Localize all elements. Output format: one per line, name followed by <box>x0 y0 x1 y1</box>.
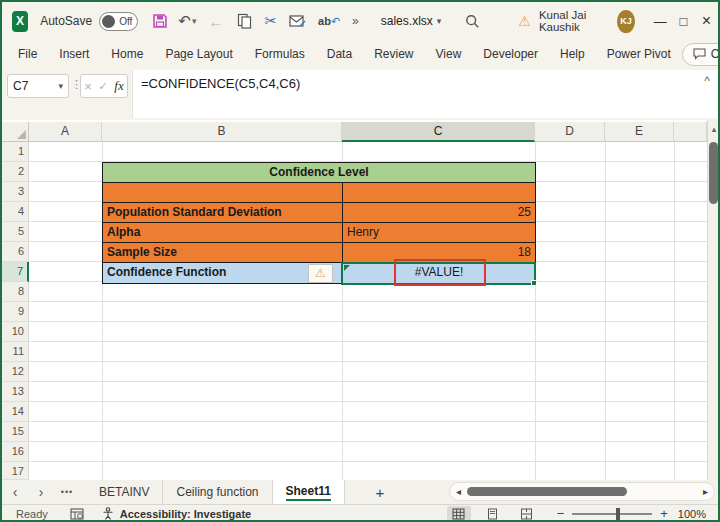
formula-input[interactable]: =CONFIDENCE(C5,C4,C6) ^ <box>132 70 718 118</box>
zoom-level[interactable]: 100% <box>678 508 706 520</box>
column-header-b[interactable]: B <box>102 122 342 142</box>
tab-review[interactable]: Review <box>363 42 424 66</box>
file-name-chevron-icon[interactable]: ▾ <box>437 16 442 26</box>
cell-b5-label[interactable]: Alpha <box>103 223 343 243</box>
row-header-12[interactable]: 12 <box>2 362 29 382</box>
row-header-2[interactable]: 2 <box>2 162 29 182</box>
row-header-4[interactable]: 4 <box>2 202 29 222</box>
scroll-left-icon[interactable]: ◂ <box>456 486 461 497</box>
sheet-nav-more-icon[interactable]: ••• <box>54 480 80 504</box>
sheet-nav-right-icon[interactable]: › <box>28 480 54 504</box>
cell-b6-label[interactable]: Sample Size <box>103 243 343 263</box>
tab-insert[interactable]: Insert <box>48 42 100 66</box>
column-header-partial[interactable] <box>674 122 707 142</box>
zoom-out-button[interactable]: − <box>557 506 565 521</box>
insert-function-icon[interactable]: fx <box>114 78 123 94</box>
zoom-in-button[interactable]: + <box>660 506 668 521</box>
row-header-13[interactable]: 13 <box>2 382 29 402</box>
scroll-up-icon[interactable]: ▴ <box>708 120 720 134</box>
excel-logo-icon[interactable]: X <box>12 11 28 32</box>
qat-overflow-icon[interactable]: » <box>352 14 359 28</box>
cell-c5-value[interactable]: Henry <box>343 223 535 243</box>
name-box-chevron-icon[interactable]: ▾ <box>58 81 63 91</box>
alert-warning-icon[interactable]: ⚠ <box>518 13 531 29</box>
row-header-7[interactable]: 7 <box>2 262 29 282</box>
tab-home[interactable]: Home <box>100 42 154 66</box>
row-header-17[interactable]: 17 <box>2 462 29 480</box>
tab-formulas[interactable]: Formulas <box>244 42 316 66</box>
select-all-button[interactable] <box>2 122 29 142</box>
row-header-9[interactable]: 9 <box>2 302 29 322</box>
row-header-15[interactable]: 15 <box>2 422 29 442</box>
scroll-right-icon[interactable]: ▸ <box>703 486 708 497</box>
copy-button[interactable] <box>237 13 252 29</box>
email-button[interactable] <box>289 14 306 28</box>
close-icon: × <box>702 12 711 29</box>
row-header-11[interactable]: 11 <box>2 342 29 362</box>
column-header-a[interactable]: A <box>29 122 102 142</box>
comments-button[interactable]: Comments <box>682 43 720 66</box>
macro-record-button[interactable] <box>70 508 84 520</box>
row-header-5[interactable]: 5 <box>2 222 29 242</box>
row-header-10[interactable]: 10 <box>2 322 29 342</box>
save-button[interactable] <box>152 13 168 29</box>
row-header-14[interactable]: 14 <box>2 402 29 422</box>
name-box[interactable]: C7 ▾ <box>7 74 69 98</box>
cancel-entry-icon[interactable]: × <box>84 79 92 94</box>
page-layout-view-button[interactable] <box>481 506 505 522</box>
column-header-c[interactable]: C <box>342 122 535 142</box>
accessibility-button[interactable] <box>102 507 114 520</box>
sheet-tab-ceiling-function[interactable]: Ceiling function <box>163 480 272 504</box>
cell-c3[interactable] <box>343 183 535 203</box>
tab-help[interactable]: Help <box>549 42 596 66</box>
cell-b2-table-title[interactable]: Confidence Level <box>103 163 535 183</box>
page-break-view-button[interactable] <box>515 506 539 522</box>
sheet-tab-sheet11[interactable]: Sheet11 <box>273 480 345 504</box>
row-header-3[interactable]: 3 <box>2 182 29 202</box>
sheet-nav-left-icon[interactable]: ‹ <box>2 480 28 504</box>
tab-developer[interactable]: Developer <box>472 42 549 66</box>
comment-bubble-icon <box>693 48 706 60</box>
tab-file[interactable]: File <box>7 42 48 66</box>
cell-c4-value[interactable]: 25 <box>343 203 535 223</box>
tab-power-pivot[interactable]: Power Pivot <box>596 42 682 66</box>
redo-button[interactable]: ← <box>208 13 223 30</box>
zoom-slider-knob[interactable] <box>616 508 620 520</box>
row-header-1[interactable]: 1 <box>2 142 29 162</box>
tab-view[interactable]: View <box>425 42 473 66</box>
error-checking-button[interactable]: ⚠ <box>308 264 333 283</box>
horizontal-scrollbar-thumb[interactable] <box>467 487 627 496</box>
cell-b4-label[interactable]: Population Standard Deviation <box>103 203 343 223</box>
vertical-scrollbar-thumb[interactable] <box>709 142 718 204</box>
sheet-tab-betainv[interactable]: BETAINV <box>86 480 163 504</box>
row-header-16[interactable]: 16 <box>2 442 29 462</box>
row-header-8[interactable]: 8 <box>2 282 29 302</box>
zoom-slider[interactable] <box>572 513 652 515</box>
cut-button[interactable]: ✂ <box>264 12 277 30</box>
collapse-formula-bar-icon[interactable]: ^ <box>704 74 710 88</box>
search-button[interactable] <box>465 14 480 29</box>
row-header-6[interactable]: 6 <box>2 242 29 262</box>
normal-view-icon <box>452 508 465 520</box>
cell-b7-label[interactable]: Confidence Function <box>103 263 343 283</box>
file-name[interactable]: sales.xlsx <box>381 14 433 28</box>
undo-dropdown-icon[interactable]: ▾ <box>192 16 197 26</box>
replace-button[interactable]: ab↶ <box>318 15 340 28</box>
minimize-button[interactable]: — <box>649 14 672 29</box>
tab-data[interactable]: Data <box>316 42 363 66</box>
column-header-d[interactable]: D <box>535 122 605 142</box>
cell-b3[interactable] <box>103 183 343 203</box>
horizontal-scrollbar[interactable]: ◂ ▸ <box>449 482 715 501</box>
accessibility-status[interactable]: Accessibility: Investigate <box>120 508 251 520</box>
maximize-button[interactable]: □ <box>672 14 695 29</box>
close-button[interactable]: × <box>695 12 718 30</box>
undo-button[interactable]: ↶ <box>178 12 191 30</box>
column-header-e[interactable]: E <box>605 122 674 142</box>
add-sheet-button[interactable]: + <box>367 480 393 504</box>
autosave-toggle[interactable]: Off <box>99 12 138 31</box>
normal-view-button[interactable] <box>447 506 471 522</box>
fill-handle[interactable] <box>531 280 537 286</box>
tab-page-layout[interactable]: Page Layout <box>154 42 243 66</box>
confirm-entry-icon[interactable]: ✓ <box>98 80 107 93</box>
user-avatar[interactable]: KJ <box>617 10 635 33</box>
